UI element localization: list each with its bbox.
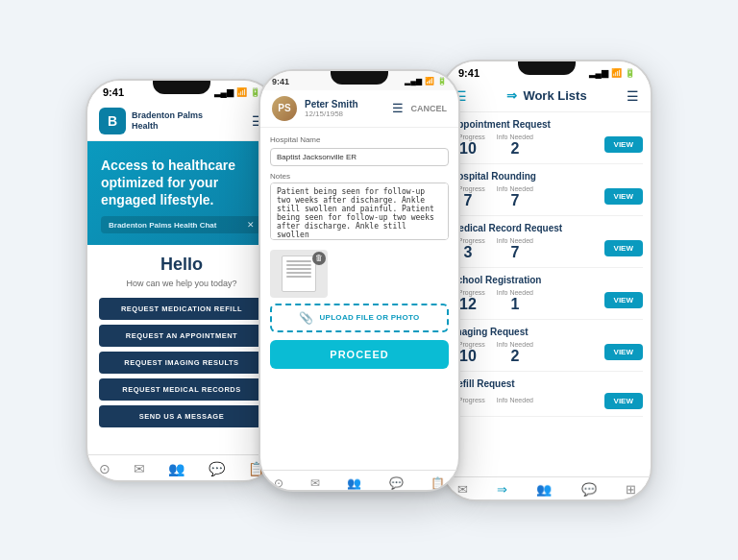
hello-sub: How can we help you today? [99,279,264,288]
view-button-2[interactable]: VIEW [604,240,643,256]
view-button-5[interactable]: VIEW [604,393,643,409]
delete-attachment-button[interactable]: 🗑 [312,252,326,265]
worklist-item: Appointment Request In Progress 10 Info … [451,112,643,164]
view-button-4[interactable]: VIEW [604,344,643,360]
notes-label: Notes [270,172,449,181]
wifi-icon-m: 📶 [425,77,434,85]
worklist-hamburger-icon[interactable]: ☰ [627,88,639,104]
doc-line-4 [286,272,311,274]
nav-list-icon-m[interactable]: 📋 [430,476,445,490]
nav-group-icon-m[interactable]: 👥 [347,476,361,490]
battery-icon-m: 🔋 [437,77,447,85]
phones-container: 9:41 ▂▄▆ 📶 🔋 B Bradenton Palms Health ☰ [4,7,734,554]
signal-icon-m: ▂▄▆ [405,77,422,85]
worklist-body: Appointment Request In Progress 10 Info … [443,112,651,417]
chat-close-icon: ✕ [247,220,255,230]
nav-group-icon[interactable]: 👥 [168,461,184,476]
view-button-0[interactable]: VIEW [604,136,643,153]
worklist-item: School Registration In Progress 12 Info … [451,268,643,320]
nav-chat-icon[interactable]: 💬 [209,461,225,476]
phone-right: 9:41 ▂▄▆ 📶 🔋 ☰ ⇒ Work Lists ☰ Appointmen… [441,60,652,501]
notch-right [518,61,576,75]
nav-home-icon-m[interactable]: ⊙ [274,476,283,490]
worklist-arrow-icon: ⇒ [506,88,517,103]
worklist-item-name: School Registration [451,275,643,285]
bottom-nav-right: ✉ ⇒ 👥 💬 ⊞ [443,476,651,499]
btn-imaging[interactable]: REQUEST IMAGING RESULTS [99,352,264,374]
nav-chat-icon-r[interactable]: 💬 [581,482,597,497]
status-icons-middle: ▂▄▆ 📶 🔋 [405,77,447,85]
stat-info-needed: Info Needed 1 [497,289,533,312]
view-button-1[interactable]: VIEW [604,188,643,205]
doc-line-1 [286,260,311,262]
left-body: Hello How can we help you today? REQUEST… [87,245,276,442]
worklist-item-stats: In Progress 7 Info Needed 7 VIEW [451,185,643,208]
nav-mail-icon-r[interactable]: ✉ [457,482,468,497]
status-icons-right: ▂▄▆ 📶 🔋 [589,68,635,78]
worklist-item: Hospital Rounding In Progress 7 Info Nee… [451,164,643,216]
proceed-button[interactable]: PROCEED [270,340,449,369]
notes-textarea[interactable]: Patient being seen for follow-up two wee… [270,183,449,240]
signal-icon-r: ▂▄▆ [589,68,608,78]
notch-middle [331,71,388,85]
patient-name: Peter Smith [305,99,392,110]
btn-medication-refill[interactable]: REQUEST MEDICATION REFILL [99,298,264,320]
hamburger-icon-m[interactable]: ☰ [392,101,404,115]
nav-grid-icon-r[interactable]: ⊞ [626,482,636,497]
stat-info-needed: Info Needed 7 [497,237,533,260]
mid-form: Hospital Name Notes Patient being seen f… [260,128,458,470]
chat-bar[interactable]: Bradenton Palms Health Chat ✕ [101,216,262,233]
nav-chat-icon-m[interactable]: 💬 [389,476,404,490]
patient-dob: 12/15/1958 [305,110,392,118]
bottom-nav-left: ⊙ ✉ 👥 💬 📋 [87,454,276,480]
worklist-header: ☰ ⇒ Work Lists ☰ [443,81,651,112]
logo-icon: B [99,108,126,134]
worklist-item-name: Hospital Rounding [451,171,643,182]
upload-area[interactable]: 📎 UPLOAD FILE OR PHOTO [270,304,449,332]
nav-mail-icon-m[interactable]: ✉ [310,476,320,490]
cancel-button[interactable]: CANCEL [411,104,448,113]
upload-label: UPLOAD FILE OR PHOTO [319,313,419,322]
app-header-left: B Bradenton Palms Health ☰ [87,100,276,141]
chat-bar-label: Bradenton Palms Health Chat [109,221,216,230]
btn-medical-records[interactable]: REQUEST MEDICAL RECORDS [99,378,264,401]
worklist-item-stats: In Progress 10 Info Needed 2 VIEW [451,341,643,364]
worklist-item-stats: In Progress 3 Info Needed 7 VIEW [451,237,643,260]
attachment-preview: 🗑 [270,250,328,298]
worklist-item-stats: In Progress 10 Info Needed 2 VIEW [451,134,643,157]
stat-info-needed: Info Needed 2 [497,341,533,364]
nav-group-icon-r[interactable]: 👥 [536,482,552,497]
worklist-item: Medical Record Request In Progress 3 Inf… [451,216,643,268]
btn-appointment[interactable]: REQUEST AN APPOINTMENT [99,325,264,347]
btn-message[interactable]: SEND US A MESSAGE [99,405,264,427]
document-preview [282,256,316,292]
phone-middle: 9:41 ▂▄▆ 📶 🔋 PS Peter Smith 12/15/1958 ☰… [258,69,460,492]
notch-left [153,81,210,94]
mid-content: Hospital Name Notes Patient being seen f… [260,128,458,470]
doc-line-5 [286,276,311,278]
worklist-title: ⇒ Work Lists [506,88,586,103]
wifi-icon-r: 📶 [611,68,622,78]
worklist-item-name: Medical Record Request [451,223,643,233]
stat-info-needed: Info Needed 2 [497,134,533,157]
worklist-item-name: Appointment Request [451,119,643,130]
phone-left: 9:41 ▂▄▆ 📶 🔋 B Bradenton Palms Health ☰ [86,79,278,482]
nav-list-icon-r[interactable]: ⇒ [497,482,507,497]
signal-icon: ▂▄▆ [214,87,234,97]
hello-title: Hello [99,255,264,275]
logo-text: Bradenton Palms Health [132,110,203,132]
hospital-input[interactable] [270,148,449,166]
worklist-item-stats: In Progress Info Needed VIEW [451,393,643,409]
battery-icon-r: 🔋 [625,68,635,78]
bottom-nav-middle: ⊙ ✉ 👥 💬 📋 [260,470,458,492]
stat-info-needed: Info Needed [497,397,533,404]
view-button-3[interactable]: VIEW [604,292,643,308]
time-right: 9:41 [458,67,480,79]
time-left: 9:41 [103,86,124,98]
hero-banner: Access to healthcare optimized for your … [87,141,276,246]
wifi-icon: 📶 [236,87,247,97]
nav-mail-icon[interactable]: ✉ [134,461,145,476]
patient-avatar: PS [272,96,297,121]
nav-home-icon[interactable]: ⊙ [99,461,111,476]
status-icons-left: ▂▄▆ 📶 🔋 [214,87,260,97]
